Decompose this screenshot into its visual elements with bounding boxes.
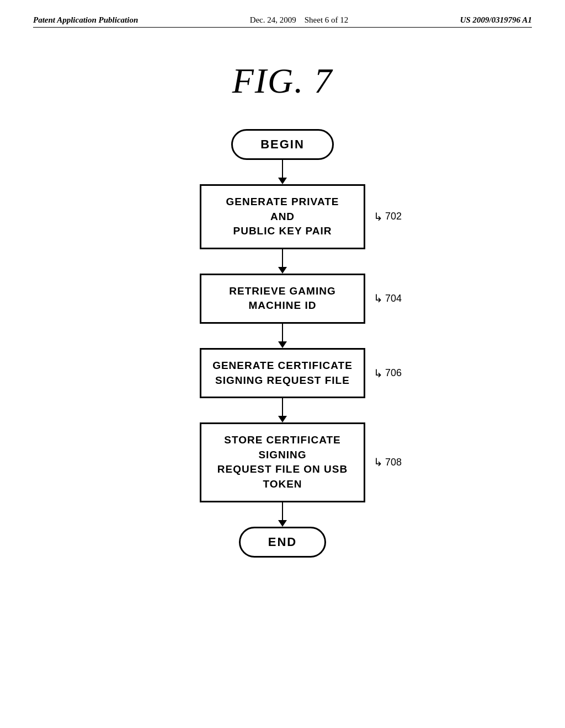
arrow-706-to-708: [278, 398, 287, 422]
step-704-label: ↳ 704: [374, 292, 402, 305]
header-divider: [33, 27, 532, 28]
arrow-line: [282, 160, 283, 178]
step-704-text-line2: MACHINE ID: [249, 299, 317, 311]
begin-row: BEGIN: [231, 129, 334, 160]
step-708-label: ↳ 708: [374, 456, 402, 469]
step-708-text-line1: STORE CERTIFICATE SIGNING: [224, 434, 341, 461]
step-708-box: STORE CERTIFICATE SIGNING REQUEST FILE O…: [200, 422, 365, 502]
arrow-head: [278, 178, 287, 184]
arrow-line: [282, 398, 283, 416]
arrow-708-to-end: [278, 502, 287, 527]
step-704-row: RETRIEVE GAMING MACHINE ID ↳ 704: [200, 274, 365, 324]
step-706-text-line1: GENERATE CERTIFICATE: [212, 360, 353, 371]
step-702-box: GENERATE PRIVATE AND PUBLIC KEY PAIR: [200, 184, 365, 249]
step-702-label: ↳ 702: [374, 210, 402, 223]
step-708-text-line2: REQUEST FILE ON USB TOKEN: [217, 463, 348, 490]
header-publication-label: Patent Application Publication: [33, 15, 138, 25]
figure-title: FIG. 7: [0, 61, 565, 101]
step-706-label: ↳ 706: [374, 367, 402, 380]
arrow-704-to-706: [278, 324, 287, 348]
step-708-row: STORE CERTIFICATE SIGNING REQUEST FILE O…: [200, 422, 365, 502]
arrow-line: [282, 249, 283, 267]
header-patent-number: US 2009/0319796 A1: [460, 15, 532, 25]
arrow-head: [278, 416, 287, 422]
arrow-head: [278, 267, 287, 274]
arrow-line: [282, 324, 283, 341]
begin-terminal: BEGIN: [231, 129, 334, 160]
end-terminal: END: [239, 527, 326, 558]
step-702-text-line2: PUBLIC KEY PAIR: [233, 225, 332, 237]
arrow-line: [282, 502, 283, 520]
step-706-text-line2: SIGNING REQUEST FILE: [215, 374, 350, 386]
header-date-sheet: Dec. 24, 2009 Sheet 6 of 12: [250, 15, 349, 25]
page-header: Patent Application Publication Dec. 24, …: [0, 0, 565, 25]
arrow-702-to-704: [278, 249, 287, 274]
step-702-text-line1: GENERATE PRIVATE AND: [226, 196, 339, 222]
step-706-box: GENERATE CERTIFICATE SIGNING REQUEST FIL…: [200, 348, 365, 398]
step-706-row: GENERATE CERTIFICATE SIGNING REQUEST FIL…: [200, 348, 365, 398]
flowchart: BEGIN GENERATE PRIVATE AND PUBLIC KEY PA…: [0, 129, 565, 558]
step-704-box: RETRIEVE GAMING MACHINE ID: [200, 274, 365, 324]
arrow-head: [278, 341, 287, 348]
arrow-head: [278, 520, 287, 527]
step-704-text-line1: RETRIEVE GAMING: [229, 285, 335, 297]
step-702-row: GENERATE PRIVATE AND PUBLIC KEY PAIR ↳ 7…: [200, 184, 365, 249]
end-row: END: [239, 527, 326, 558]
arrow-begin-to-702: [278, 160, 287, 184]
